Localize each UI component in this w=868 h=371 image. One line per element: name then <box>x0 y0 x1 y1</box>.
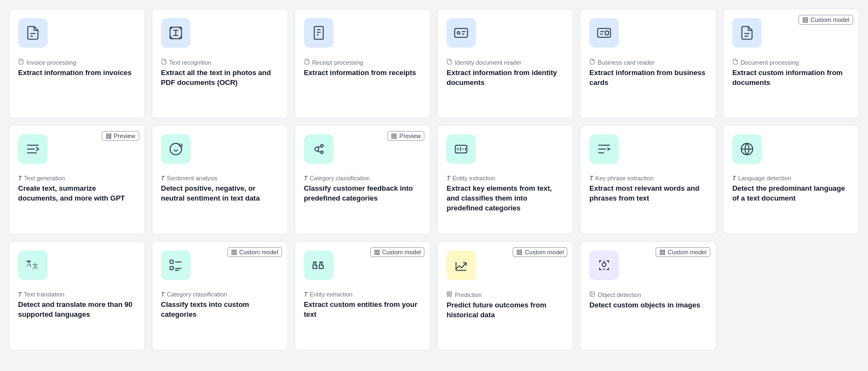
category-label-prediction: Prediction <box>455 292 481 298</box>
svg-text:文: 文 <box>32 262 38 269</box>
card-title-entity-extraction: Extract key elements from text, and clas… <box>446 184 564 214</box>
svg-point-10 <box>457 32 460 35</box>
badge-custom-model: Custom model <box>656 247 710 257</box>
svg-rect-18 <box>806 18 807 19</box>
icon-box-text-translation: A文 <box>18 250 48 280</box>
card-text-generation[interactable]: Preview T Text generation Create text, s… <box>9 125 145 235</box>
svg-point-85 <box>591 293 592 293</box>
card-title-identity-document: Extract information from identity docume… <box>446 68 564 88</box>
card-receipt-processing[interactable]: Receipt processing Extract information f… <box>295 9 431 118</box>
badge-preview: Preview <box>102 131 139 141</box>
card-title-prediction: Predict future outcomes from historical … <box>446 300 564 320</box>
card-category-text-recognition: Text recognition <box>161 59 279 66</box>
card-prediction[interactable]: Custom model Prediction Predict future o… <box>437 241 573 351</box>
card-category-business-card: Business card reader <box>589 59 707 66</box>
badge-preview: Preview <box>387 131 424 141</box>
card-title-document-processing-custom: Extract custom information from document… <box>732 68 850 88</box>
icon-box-prediction <box>446 250 476 280</box>
svg-rect-54 <box>232 250 233 252</box>
icon-box-receipt-processing <box>304 18 334 48</box>
icon-box-text-generation <box>18 134 48 164</box>
icon-box-document-processing-custom <box>732 18 762 48</box>
card-category-category-classification: T Category classification <box>304 175 422 181</box>
svg-rect-70 <box>520 253 522 254</box>
icon-box-language-detection <box>732 134 762 164</box>
card-title-entity-extraction-custom: Extract custom entities from your text <box>304 300 422 319</box>
card-category-classification[interactable]: Preview T Category classification Classi… <box>295 125 431 235</box>
svg-rect-64 <box>377 250 379 252</box>
category-icon-prediction <box>446 291 452 298</box>
category-label-language-detection: Language detection <box>738 175 791 181</box>
card-title-text-translation: Detect and translate more than 90 suppor… <box>18 300 136 319</box>
svg-rect-56 <box>232 253 233 254</box>
category-label-identity-document: Identity document reader <box>455 59 521 66</box>
svg-rect-81 <box>660 253 662 254</box>
svg-point-83 <box>602 262 606 266</box>
card-entity-extraction-custom[interactable]: Custom model T Entity extraction Extract… <box>295 241 431 351</box>
category-label-entity-extraction-custom: Entity extraction <box>309 291 352 298</box>
card-category-document-processing-custom: Document processing <box>732 59 850 66</box>
card-grid: Invoice processing Extract information f… <box>9 9 859 351</box>
category-icon-business-card <box>589 59 595 66</box>
svg-rect-58 <box>170 260 173 264</box>
card-business-card[interactable]: Business card reader Extract information… <box>580 9 716 118</box>
svg-rect-19 <box>803 20 804 22</box>
svg-rect-65 <box>375 253 376 254</box>
svg-rect-57 <box>234 253 236 254</box>
card-category-language-detection: T Language detection <box>732 175 850 181</box>
card-category-entity-extraction: T Entity extraction <box>446 175 564 181</box>
card-sentiment-analysis[interactable]: T Sentiment analysis Detect positive, ne… <box>152 125 288 235</box>
card-title-language-detection: Detect the predominant language of a tex… <box>732 184 850 203</box>
svg-point-30 <box>170 144 181 155</box>
card-text-translation[interactable]: A文 T Text translation Detect and transla… <box>9 241 145 351</box>
icon-box-object-detection <box>589 250 619 280</box>
category-icon-identity-document <box>446 59 452 66</box>
svg-rect-75 <box>447 292 449 293</box>
svg-rect-78 <box>450 294 452 296</box>
svg-rect-80 <box>663 250 665 252</box>
card-category-classification-custom[interactable]: Custom model T Category classification C… <box>152 241 288 351</box>
card-language-detection[interactable]: T Language detection Detect the predomin… <box>723 125 859 235</box>
card-object-detection[interactable]: Custom model Object detection Detect cus… <box>580 241 716 351</box>
badge-custom-model: Custom model <box>227 247 282 257</box>
card-category-text-generation: T Text generation <box>18 175 136 181</box>
svg-rect-69 <box>518 253 519 254</box>
card-identity-document[interactable]: Identity document reader Extract informa… <box>437 9 573 118</box>
card-key-phrase[interactable]: T Key phrase extraction Extract most rel… <box>580 125 716 235</box>
card-text-recognition[interactable]: Text recognition Extract all the text in… <box>152 9 288 118</box>
svg-line-37 <box>317 146 320 147</box>
category-label-category-classification: Category classification <box>309 175 370 181</box>
icon-box-entity-extraction-custom <box>304 250 334 280</box>
category-label-text-generation: Text generation <box>24 175 65 181</box>
icon-box-category-classification-custom <box>161 250 191 280</box>
svg-point-36 <box>320 145 323 147</box>
icon-box-sentiment-analysis <box>161 134 191 164</box>
icon-box-entity-extraction <box>446 134 476 164</box>
category-icon-category-classification-custom: T <box>161 291 165 298</box>
card-title-object-detection: Detect custom objects in images <box>589 300 707 310</box>
card-category-object-detection: Object detection <box>589 291 707 298</box>
icon-box-invoice-processing <box>18 18 48 48</box>
card-document-processing-custom[interactable]: Custom model Document processing Extract… <box>723 9 859 118</box>
category-icon-entity-extraction-custom: T <box>304 291 308 298</box>
category-label-text-translation: Text translation <box>24 291 65 298</box>
category-icon-text-generation: T <box>18 175 22 181</box>
category-label-text-recognition: Text recognition <box>169 59 211 66</box>
svg-rect-5 <box>314 26 323 39</box>
svg-rect-59 <box>170 266 173 270</box>
badge-custom-model: Custom model <box>513 247 567 257</box>
svg-rect-33 <box>392 136 394 138</box>
svg-rect-76 <box>450 292 452 293</box>
svg-rect-17 <box>803 18 804 19</box>
card-title-category-classification-custom: Classify texts into custom categories <box>161 300 279 319</box>
category-label-receipt-processing: Receipt processing <box>312 59 364 66</box>
icon-box-text-recognition <box>161 18 191 48</box>
category-icon-key-phrase: T <box>589 175 593 181</box>
svg-rect-23 <box>106 134 108 135</box>
svg-rect-31 <box>392 134 394 135</box>
card-entity-extraction[interactable]: T Entity extraction Extract key elements… <box>437 125 573 235</box>
svg-rect-68 <box>520 250 522 252</box>
card-invoice-processing[interactable]: Invoice processing Extract information f… <box>9 9 145 118</box>
category-icon-category-classification: T <box>304 175 308 181</box>
svg-rect-66 <box>377 253 379 254</box>
